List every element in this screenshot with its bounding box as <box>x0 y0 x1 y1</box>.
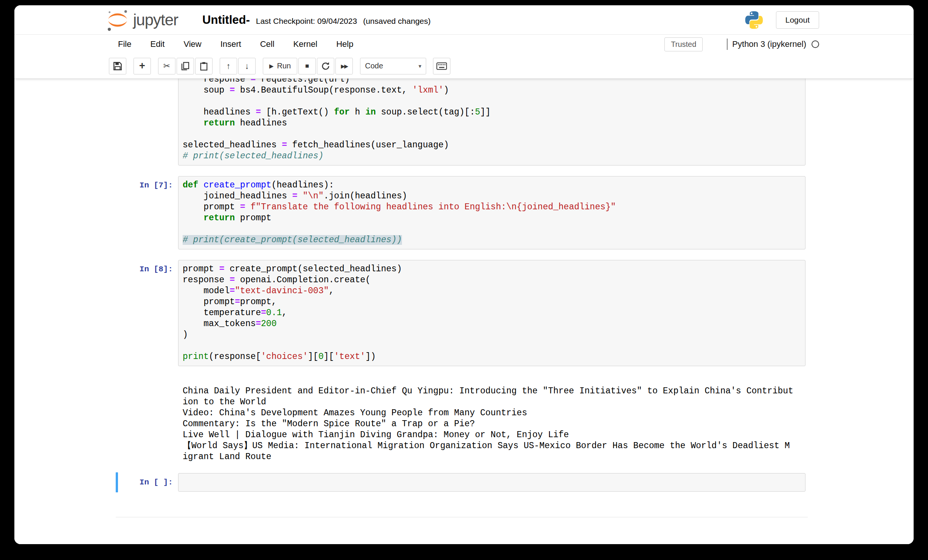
unsaved-changes-text: (unsaved changes) <box>363 17 431 26</box>
notebook-cell[interactable]: In [7]:def create_prompt(headlines): joi… <box>116 174 805 252</box>
stop-icon: ■ <box>305 62 309 70</box>
menu-item-insert[interactable]: Insert <box>220 39 241 49</box>
paste-icon <box>199 62 208 71</box>
menu-item-cell[interactable]: Cell <box>260 39 275 49</box>
cut-cell-button[interactable]: ✂ <box>158 58 175 74</box>
notebook-title-area: Untitled- Last Checkpoint: 09/04/2023 (u… <box>202 13 431 27</box>
run-button[interactable]: ▶ Run <box>263 58 297 74</box>
save-icon <box>113 62 122 71</box>
notebook-title[interactable]: Untitled- <box>202 13 250 27</box>
save-button[interactable] <box>109 58 126 74</box>
cell-type-dropdown[interactable]: Code ▾ <box>360 58 426 74</box>
menu-item-kernel[interactable]: Kernel <box>293 39 318 49</box>
cell-type-value: Code <box>365 62 383 70</box>
cell-code-editor[interactable] <box>178 473 805 492</box>
cell-code-editor[interactable]: response = requests.get(url) soup = bs4.… <box>178 79 805 166</box>
python-logo-icon <box>743 9 765 31</box>
notebook-end-space[interactable] <box>116 500 808 517</box>
header-right: Logout <box>743 9 819 31</box>
menubar-right: Trusted Python 3 (ipykernel) <box>664 37 819 51</box>
jupyter-logo-icon <box>107 8 129 32</box>
run-label: Run <box>277 62 291 70</box>
arrow-down-icon: ↓ <box>245 61 249 71</box>
keyboard-icon <box>436 62 447 70</box>
jupyter-logo[interactable]: jupyter <box>107 8 178 32</box>
copy-icon <box>181 62 190 71</box>
menu-bar: File Edit View Insert Cell Kernel Help T… <box>14 35 914 54</box>
interrupt-kernel-button[interactable]: ■ <box>298 58 316 74</box>
menu-item-view[interactable]: View <box>183 39 201 49</box>
notebook-cell[interactable]: response = requests.get(url) soup = bs4.… <box>116 79 805 168</box>
move-cell-up-button[interactable]: ↑ <box>220 58 237 74</box>
cell-code-editor[interactable]: prompt = create_prompt(selected_headline… <box>178 260 805 366</box>
header-bar: jupyter Untitled- Last Checkpoint: 09/04… <box>14 5 914 35</box>
kernel-name: Python 3 (ipykernel) <box>732 39 806 49</box>
restart-run-all-button[interactable]: ▶▶ <box>335 58 353 74</box>
play-icon: ▶ <box>269 63 274 70</box>
logout-button[interactable]: Logout <box>776 11 819 29</box>
cell-input-prompt: In [7]: <box>116 176 178 249</box>
move-cell-down-button[interactable]: ↓ <box>238 58 256 74</box>
cell-code-editor[interactable]: def create_prompt(headlines): joined_hea… <box>178 176 805 249</box>
notebook-area[interactable]: response = requests.get(url) soup = bs4.… <box>14 79 914 544</box>
restart-kernel-button[interactable] <box>317 58 334 74</box>
jupyter-window: jupyter Untitled- Last Checkpoint: 09/04… <box>14 5 914 544</box>
command-palette-button[interactable] <box>433 58 450 74</box>
scissors-icon: ✂ <box>163 61 170 71</box>
copy-cell-button[interactable] <box>177 58 194 74</box>
kernel-separator <box>727 39 728 50</box>
header-chrome: jupyter Untitled- Last Checkpoint: 09/04… <box>14 5 914 79</box>
menu-item-help[interactable]: Help <box>336 39 353 49</box>
cell-input-prompt: In [8]: <box>116 260 178 463</box>
arrow-up-icon: ↑ <box>227 61 231 71</box>
add-cell-button[interactable]: + <box>133 58 151 74</box>
jupyter-logo-text: jupyter <box>133 11 178 29</box>
paste-cell-button[interactable] <box>195 58 213 74</box>
fast-forward-icon: ▶▶ <box>341 63 348 69</box>
trusted-badge[interactable]: Trusted <box>664 37 703 51</box>
cell-input-prompt <box>116 79 178 166</box>
notebook-cell[interactable]: In [ ]: <box>116 471 805 494</box>
cell-output-text: China Daily President and Editor-in-Chie… <box>183 386 805 463</box>
cell-input-prompt: In [ ]: <box>116 473 178 492</box>
checkpoint-text: Last Checkpoint: 09/04/2023 <box>256 17 357 26</box>
kernel-idle-indicator-icon <box>812 40 819 48</box>
plus-icon: + <box>139 60 145 72</box>
notebook-cell[interactable]: In [8]:prompt = create_prompt(selected_h… <box>116 258 805 465</box>
menu-item-edit[interactable]: Edit <box>150 39 164 49</box>
cell-list: response = requests.get(url) soup = bs4.… <box>116 79 805 494</box>
toolbar: + ✂ ↑ ↓ <box>14 54 914 79</box>
chevron-down-icon: ▾ <box>419 63 422 70</box>
menu-item-file[interactable]: File <box>118 39 131 49</box>
restart-icon <box>321 62 330 71</box>
